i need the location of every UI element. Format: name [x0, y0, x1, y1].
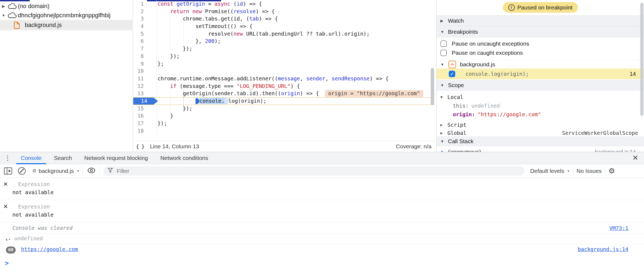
source-link[interactable]: background.js:14 — [578, 246, 628, 252]
code-text[interactable]: }); — [156, 45, 192, 53]
tab-search[interactable]: Search — [49, 152, 77, 164]
code-line[interactable]: 6 }, 200); — [133, 37, 435, 45]
scope-global[interactable]: ▶ Global ServiceWorkerGlobalScope — [437, 129, 644, 137]
code-line[interactable]: 8 }); — [133, 53, 435, 60]
sidebar-scrollbar-thumb[interactable] — [640, 3, 643, 116]
code-text[interactable]: getOrigin(sender.tab.id).then((origin) =… — [156, 90, 423, 97]
code-line[interactable]: 9}; — [133, 60, 435, 68]
code-text[interactable]: return new Promise((resolve) => { — [156, 8, 275, 15]
console-sidebar-icon[interactable] — [4, 167, 12, 174]
code-line[interactable]: 18 — [133, 127, 435, 135]
settings-gear-icon[interactable]: ⚙ — [608, 167, 615, 175]
tab-console[interactable]: Console — [16, 152, 46, 164]
chevron-right-icon[interactable]: ▶ — [440, 19, 448, 23]
gutter-line-number[interactable]: 15 — [133, 105, 156, 112]
code-text[interactable]: chrome.tabs.get(id, (tab) => { — [156, 15, 278, 23]
gutter-line-number[interactable]: 10 — [133, 67, 156, 75]
scope-this[interactable]: this: undefined — [437, 101, 644, 110]
code-text[interactable]: }; — [156, 60, 164, 68]
section-breakpoints[interactable]: ▼ Breakpoints — [437, 26, 644, 37]
code-line[interactable]: 17}); — [133, 120, 435, 127]
gutter-line-number[interactable]: 3 — [133, 15, 156, 23]
gutter-line-number[interactable]: 2 — [133, 8, 156, 15]
editor-scrollbar-thumb[interactable] — [431, 68, 434, 105]
code-text[interactable]: setTimeout(() => { — [156, 23, 252, 30]
chevron-down-icon[interactable]: ▼ — [440, 95, 447, 99]
code-line[interactable]: 12 if (message.type === "LOG_PENDING_URL… — [133, 83, 435, 90]
code-text[interactable]: if (message.type === "LOG_PENDING_URL") … — [156, 83, 300, 90]
console-prompt[interactable]: > — [0, 255, 644, 267]
live-expression[interactable]: ✕ Expression not available — [0, 178, 644, 200]
code-line[interactable]: 13 getOrigin(sender.tab.id).then((origin… — [133, 90, 435, 97]
code-line[interactable]: 11chrome.runtime.onMessage.addListener((… — [133, 75, 435, 83]
code-text[interactable]: resolve(new URL(tab.pendingUrl ?? tab.ur… — [156, 30, 370, 38]
paused-line-gutter-marker[interactable]: 14 — [133, 98, 158, 105]
gutter-line-number[interactable]: 14 — [133, 98, 156, 105]
checkbox-pause-caught[interactable]: Pause on caught exceptions — [440, 50, 523, 56]
context-selector[interactable]: ⚙ background.js ▼ — [32, 168, 80, 174]
code-text[interactable] — [156, 127, 157, 135]
tree-item-no-domain[interactable]: ▶ (no domain) — [0, 1, 133, 11]
code-line[interactable]: 1const getOrigin = async (id) => { — [133, 0, 435, 8]
gutter-line-number[interactable]: 13 — [133, 90, 156, 97]
default-levels-dropdown[interactable]: Default levels ▼ — [530, 168, 570, 174]
code-text[interactable]: const getOrigin = async (id) => { — [156, 0, 262, 8]
gutter-line-number[interactable]: 7 — [133, 45, 156, 53]
expand-icon[interactable]: ▶ — [0, 4, 7, 8]
code-text[interactable]: }); — [156, 120, 167, 127]
live-expression-eye-icon[interactable] — [87, 167, 95, 174]
code-line-paused[interactable]: 14 console.log(origin); — [133, 97, 435, 105]
tree-item-extension[interactable]: ▼ dhncfgigohnejlpcnmbmkgnppglfhbij — [0, 10, 133, 20]
scope-local[interactable]: ▼ Local — [437, 93, 644, 101]
chevron-right-icon[interactable]: ▶ — [440, 131, 447, 135]
remove-expression-icon[interactable]: ✕ — [3, 181, 8, 187]
code-editor[interactable]: 1const getOrigin = async (id) => {2 retu… — [133, 0, 435, 152]
log-url-link[interactable]: https://google.com — [21, 246, 78, 252]
gutter-line-number[interactable]: 11 — [133, 75, 156, 83]
gutter-line-number[interactable]: 8 — [133, 53, 156, 60]
section-watch[interactable]: ▶ Watch — [437, 15, 644, 26]
chevron-down-icon[interactable]: ▼ — [440, 30, 448, 34]
gutter-line-number[interactable]: 1 — [133, 0, 156, 8]
code-text[interactable] — [156, 67, 157, 75]
scope-script[interactable]: ▶ Script — [437, 121, 644, 129]
gutter-line-number[interactable]: 9 — [133, 60, 156, 68]
close-icon[interactable]: ✕ — [631, 154, 640, 162]
tab-network-conditions[interactable]: Network conditions — [156, 152, 213, 164]
gutter-line-number[interactable]: 6 — [133, 37, 156, 45]
clear-console-icon[interactable] — [18, 167, 26, 175]
code-line[interactable]: 16 } — [133, 112, 435, 120]
tab-network-request-blocking[interactable]: Network request blocking — [80, 152, 153, 164]
code-line[interactable]: 5 resolve(new URL(tab.pendingUrl ?? tab.… — [133, 30, 435, 38]
no-issues-status[interactable]: No Issues — [577, 168, 602, 174]
code-text[interactable]: }, 200); — [156, 37, 221, 45]
code-line[interactable]: 10 — [133, 67, 435, 75]
code-line[interactable]: 4 setTimeout(() => { — [133, 23, 435, 30]
gutter-line-number[interactable]: 17 — [133, 120, 156, 127]
filter-input[interactable] — [103, 166, 524, 176]
checkbox-pause-uncaught[interactable]: Pause on uncaught exceptions — [440, 40, 529, 47]
gutter-line-number[interactable]: 4 — [133, 23, 156, 30]
chevron-down-icon[interactable]: ▼ — [440, 62, 447, 67]
breakpoint-checkbox[interactable]: ✓ — [449, 71, 455, 77]
code-line[interactable]: 7 }); — [133, 45, 435, 53]
chevron-right-icon[interactable]: ▶ — [440, 123, 447, 127]
code-line[interactable]: 2 return new Promise((resolve) => { — [133, 8, 435, 15]
gutter-line-number[interactable]: 18 — [133, 127, 156, 135]
code-line[interactable]: 3 chrome.tabs.get(id, (tab) => { — [133, 15, 435, 23]
checkbox-icon[interactable] — [440, 40, 447, 47]
kebab-menu-icon[interactable]: ⋮ — [4, 155, 11, 161]
gutter-line-number[interactable]: 5 — [133, 30, 156, 38]
section-call-stack[interactable]: ▼ Call Stack — [437, 136, 644, 146]
code-line[interactable]: 15 }); — [133, 105, 435, 112]
source-link[interactable]: VM73:1 — [609, 225, 628, 231]
gutter-line-number[interactable]: 16 — [133, 112, 156, 120]
chevron-down-icon[interactable]: ▼ — [440, 139, 448, 143]
code-text[interactable]: }); — [156, 53, 180, 60]
call-stack-frame[interactable]: ➤ (anonymous) background.js:14 — [437, 147, 644, 152]
chevron-down-icon[interactable]: ▼ — [440, 83, 448, 87]
tree-item-background-js[interactable]: background.js — [0, 20, 133, 30]
code-text[interactable]: console.log(origin); — [156, 98, 266, 105]
code-text[interactable]: }); — [156, 105, 192, 112]
pretty-print-icon[interactable]: { } — [136, 143, 144, 150]
